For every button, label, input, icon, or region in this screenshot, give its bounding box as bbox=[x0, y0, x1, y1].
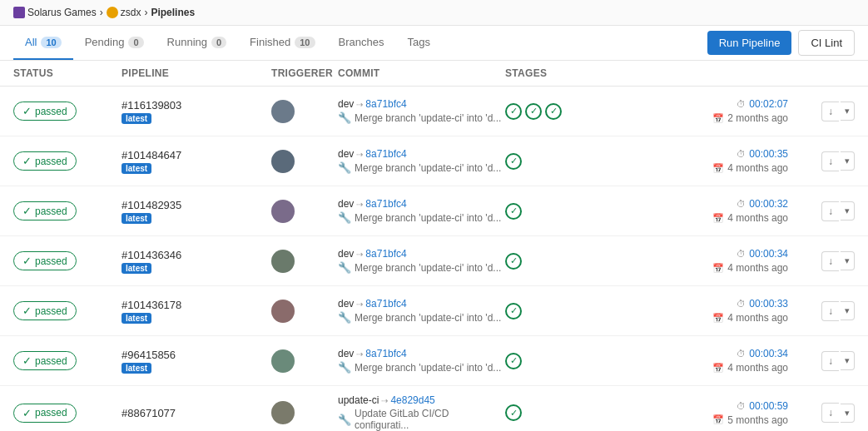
pipeline-tag: latest bbox=[122, 113, 151, 124]
branch-name[interactable]: dev bbox=[338, 248, 354, 260]
dropdown-button[interactable]: ▾ bbox=[841, 301, 855, 320]
branch-name[interactable]: dev bbox=[338, 98, 354, 110]
commit-hash-link[interactable]: 4e829d45 bbox=[390, 394, 434, 406]
time-ago-value: 4 months ago bbox=[727, 262, 788, 274]
commit-msg: 🔧 Merge branch 'update-ci' into 'd... bbox=[338, 211, 505, 224]
time-ago-value: 4 months ago bbox=[727, 162, 788, 174]
status-cell: ✓ passed bbox=[13, 201, 122, 220]
download-button[interactable]: ↓ bbox=[821, 201, 839, 221]
stages-cell: ✓ bbox=[505, 404, 622, 421]
commit-hash-link[interactable]: 8a71bfc4 bbox=[365, 348, 406, 359]
dropdown-button[interactable]: ▾ bbox=[841, 201, 855, 220]
commit-hash-link[interactable]: 8a71bfc4 bbox=[365, 148, 406, 160]
check-icon: ✓ bbox=[22, 407, 32, 419]
time-cell: ⏱ 00:00:32 📅 4 months ago bbox=[622, 198, 788, 224]
commit-cell: dev ⇢ 8a71bfc4 🔧 Merge branch 'update-ci… bbox=[338, 248, 505, 274]
tab-all[interactable]: All 10 bbox=[13, 26, 73, 60]
breadcrumb-org[interactable]: Solarus Games bbox=[27, 7, 97, 18]
download-button[interactable]: ↓ bbox=[821, 151, 839, 171]
tab-branches[interactable]: Branches bbox=[327, 26, 396, 60]
dropdown-button[interactable]: ▾ bbox=[841, 404, 855, 423]
header-triggerer: Triggerer bbox=[271, 67, 338, 79]
pipeline-cell: #101436178 latest bbox=[122, 299, 271, 324]
commit-msg: 🔧 Merge branch 'update-ci' into 'd... bbox=[338, 261, 505, 274]
download-button[interactable]: ↓ bbox=[821, 403, 839, 423]
check-icon: ✓ bbox=[22, 255, 32, 267]
pipeline-id[interactable]: #101436346 bbox=[122, 249, 271, 261]
branch-name[interactable]: dev bbox=[338, 148, 354, 160]
commit-branch: update-ci ⇢ 4e829d45 bbox=[338, 394, 505, 406]
avatar bbox=[271, 200, 295, 223]
duration-row: ⏱ 00:02:07 bbox=[622, 98, 788, 110]
pipeline-id[interactable]: #88671077 bbox=[122, 407, 271, 419]
time-ago-value: 4 months ago bbox=[727, 312, 788, 324]
status-cell: ✓ passed bbox=[13, 102, 122, 121]
status-label: passed bbox=[35, 106, 67, 117]
download-button[interactable]: ↓ bbox=[821, 301, 839, 321]
tab-finished[interactable]: Finished 10 bbox=[238, 26, 326, 60]
clock-icon: ⏱ bbox=[737, 99, 746, 109]
commit-cell: dev ⇢ 8a71bfc4 🔧 Merge branch 'update-ci… bbox=[338, 298, 505, 324]
table-row: ✓ passed #101436346 latest dev ⇢ 8a71bfc… bbox=[0, 236, 868, 286]
pipeline-id[interactable]: #96415856 bbox=[122, 349, 271, 361]
download-button[interactable]: ↓ bbox=[821, 251, 839, 271]
table-row: ✓ passed #101436178 latest dev ⇢ 8a71bfc… bbox=[0, 286, 868, 336]
tab-running[interactable]: Running 0 bbox=[156, 26, 239, 60]
header-commit: Commit bbox=[338, 67, 505, 79]
commit-hash-link[interactable]: 8a71bfc4 bbox=[365, 198, 406, 210]
download-button[interactable]: ↓ bbox=[821, 351, 839, 371]
pipeline-tag: latest bbox=[122, 163, 151, 174]
commit-msg: 🔧 Merge branch 'update-ci' into 'd... bbox=[338, 111, 505, 124]
stage-check: ✓ bbox=[505, 203, 522, 220]
stage-check: ✓ bbox=[545, 103, 562, 120]
breadcrumb-section: Pipelines bbox=[151, 7, 195, 18]
duration-value: 00:00:59 bbox=[749, 400, 788, 412]
commit-emoji-icon: 🔧 bbox=[338, 311, 351, 324]
calendar-icon: 📅 bbox=[712, 213, 724, 224]
pipeline-tag: latest bbox=[122, 213, 151, 224]
ci-lint-button[interactable]: CI Lint bbox=[798, 30, 855, 56]
status-badge: ✓ passed bbox=[13, 151, 77, 171]
clock-icon: ⏱ bbox=[737, 299, 746, 309]
pipeline-id[interactable]: #101482935 bbox=[122, 199, 271, 211]
commit-message-text: Merge branch 'update-ci' into 'd... bbox=[355, 112, 501, 124]
arrow-icon: ⇢ bbox=[381, 396, 388, 405]
time-cell: ⏱ 00:00:34 📅 4 months ago bbox=[622, 348, 788, 374]
commit-hash-link[interactable]: 8a71bfc4 bbox=[365, 98, 406, 110]
breadcrumb-repo[interactable]: zsdx bbox=[121, 7, 141, 18]
pipeline-id[interactable]: #101436178 bbox=[122, 299, 271, 311]
triggerer-cell bbox=[271, 100, 338, 123]
tab-tags[interactable]: Tags bbox=[395, 26, 441, 60]
time-ago-value: 2 months ago bbox=[727, 112, 788, 124]
triggerer-cell bbox=[271, 200, 338, 223]
tab-pending[interactable]: Pending 0 bbox=[73, 26, 156, 60]
status-label: passed bbox=[35, 355, 67, 367]
branch-name[interactable]: dev bbox=[338, 198, 354, 210]
dropdown-button[interactable]: ▾ bbox=[841, 251, 855, 270]
pipeline-id[interactable]: #101484647 bbox=[122, 149, 271, 161]
run-pipeline-button[interactable]: Run Pipeline bbox=[707, 31, 792, 55]
branch-name[interactable]: dev bbox=[338, 298, 354, 310]
avatar bbox=[271, 150, 295, 173]
branch-name[interactable]: update-ci bbox=[338, 394, 379, 406]
duration-row: ⏱ 00:00:34 bbox=[622, 248, 788, 260]
download-button[interactable]: ↓ bbox=[821, 102, 839, 121]
breadcrumb: Solarus Games › zsdx › Pipelines bbox=[0, 0, 868, 26]
stages-cell: ✓ bbox=[505, 203, 622, 220]
commit-hash-link[interactable]: 8a71bfc4 bbox=[365, 298, 406, 310]
branch-name[interactable]: dev bbox=[338, 348, 354, 359]
dropdown-button[interactable]: ▾ bbox=[841, 102, 855, 121]
pipeline-id[interactable]: #116139803 bbox=[122, 99, 271, 111]
dropdown-button[interactable]: ▾ bbox=[841, 151, 855, 171]
actions-cell: ↓ ▾ bbox=[788, 301, 855, 321]
triggerer-cell bbox=[271, 401, 338, 424]
dropdown-button[interactable]: ▾ bbox=[841, 351, 855, 370]
commit-emoji-icon: 🔧 bbox=[338, 211, 351, 224]
commit-hash-link[interactable]: 8a71bfc4 bbox=[365, 248, 406, 260]
stage-check: ✓ bbox=[505, 103, 522, 120]
duration-value: 00:00:33 bbox=[749, 298, 788, 310]
time-ago-row: 📅 2 months ago bbox=[622, 112, 788, 124]
status-cell: ✓ passed bbox=[13, 251, 122, 270]
commit-message-text: Merge branch 'update-ci' into 'd... bbox=[355, 262, 501, 274]
status-badge: ✓ passed bbox=[13, 351, 77, 370]
